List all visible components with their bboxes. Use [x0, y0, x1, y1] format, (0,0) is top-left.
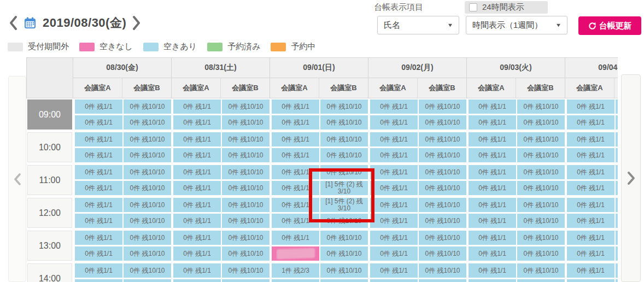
schedule-cell[interactable]: 0件 残10/10 [517, 181, 565, 195]
schedule-cell[interactable]: 0件 残1/1 [75, 246, 122, 261]
schedule-cell[interactable]: 0件 残1/1 [272, 214, 319, 228]
schedule-cell[interactable]: 0件 残1/1 [272, 99, 319, 114]
schedule-cell[interactable]: 0件 残1/1 [567, 198, 614, 212]
schedule-cell[interactable]: 0件 残1/1 [469, 214, 516, 228]
schedule-cell[interactable]: 0件 残1/1 [469, 279, 516, 282]
schedule-cell[interactable]: 0件 残1/1 [173, 279, 221, 282]
schedule-cell[interactable]: 0件 残1/1 [567, 181, 614, 195]
schedule-cell[interactable]: 0件 残10/10 [616, 181, 618, 195]
schedule-cell[interactable]: 0件 残10/10 [419, 231, 466, 245]
schedule-cell[interactable]: 0件 残1/1 [173, 198, 221, 212]
schedule-cell[interactable]: 0件 残10/10 [419, 279, 466, 282]
schedule-cell[interactable]: 0件 残10/10 [320, 132, 368, 146]
schedule-cell[interactable]: 0件 残1/1 [75, 231, 122, 245]
next-week-button[interactable] [621, 74, 641, 282]
schedule-cell[interactable]: 0件 残1/1 [370, 115, 418, 130]
schedule-cell[interactable]: 0件 残10/10 [222, 198, 270, 212]
schedule-cell[interactable]: 0件 残10/10 [616, 198, 618, 212]
schedule-cell[interactable]: 0件 残1/1 [173, 99, 221, 114]
prev-week-button[interactable] [8, 76, 26, 282]
schedule-cell[interactable]: 0件 残10/10 [222, 231, 270, 245]
schedule-cell[interactable]: 0件 残10/10 [517, 246, 565, 261]
schedule-cell[interactable]: 0件 残1/1 [370, 231, 418, 245]
schedule-cell[interactable]: 0件 残1/1 [272, 132, 319, 146]
schedule-cell[interactable]: 0件 残10/10 [124, 198, 171, 212]
schedule-cell[interactable]: 0件 残1/1 [567, 263, 614, 278]
schedule-cell[interactable]: 0件 残1/1 [469, 181, 516, 195]
schedule-cell[interactable]: 0件 残1/1 [75, 198, 122, 212]
schedule-cell[interactable]: 0件 残10/10 [222, 165, 270, 179]
schedule-cell[interactable]: 0件 残10/10 [320, 231, 368, 245]
schedule-cell[interactable]: 0件 残1/1 [75, 148, 122, 162]
schedule-cell[interactable]: 0件 残10/10 [222, 214, 270, 228]
schedule-cell[interactable]: 0件 残10/10 [124, 115, 171, 130]
schedule-cell[interactable]: 0件 残1/1 [75, 132, 122, 146]
schedule-cell[interactable]: 0件 残1/1 [370, 181, 418, 195]
schedule-cell[interactable]: 0件 残10/10 [124, 214, 171, 228]
schedule-cell[interactable]: 0件 残10/10 [320, 214, 368, 228]
schedule-cell[interactable]: 0件 残10/10 [124, 279, 171, 282]
schedule-cell[interactable]: 0件 残1/1 [173, 181, 221, 195]
schedule-cell[interactable]: 0件 残1/1 [370, 246, 418, 261]
schedule-cell[interactable]: 0件 残1/1 [75, 115, 122, 130]
schedule-cell[interactable]: 0件 残1/1 [370, 214, 418, 228]
schedule-cell[interactable]: 0件 残10/10 [419, 165, 466, 179]
schedule-cell[interactable]: 0件 残10/10 [517, 279, 565, 282]
schedule-cell[interactable]: 0件 残1/1 [370, 148, 418, 162]
schedule-cell[interactable]: 0件 残1/1 [173, 231, 221, 245]
schedule-cell[interactable]: 0件 残10/10 [222, 279, 270, 282]
schedule-cell[interactable]: 0件 残10/10 [517, 132, 565, 146]
schedule-cell[interactable]: 0件 残1/1 [272, 231, 319, 245]
schedule-cell[interactable]: 0件 残1/1 [75, 99, 122, 114]
schedule-cell[interactable]: 0件 残10/10 [222, 115, 270, 130]
schedule-cell[interactable]: 0件 残10/10 [616, 246, 618, 261]
schedule-cell[interactable]: 0件 残10/10 [320, 115, 368, 130]
schedule-cell[interactable]: 0件 残10/10 [616, 165, 618, 179]
schedule-cell[interactable]: 0件 残1/1 [567, 246, 614, 261]
schedule-cell[interactable]: 0件 残10/10 [222, 132, 270, 146]
schedule-cell[interactable]: 0件 残1/1 [272, 148, 319, 162]
schedule-cell[interactable]: 0件 残1/1 [173, 246, 221, 261]
schedule-cell[interactable]: 0件 残10/10 [320, 148, 368, 162]
schedule-cell[interactable]: 0件 残10/10 [320, 165, 368, 179]
schedule-cell[interactable]: 0件 残1/1 [469, 132, 516, 146]
prev-date-button[interactable] [9, 15, 17, 31]
schedule-cell[interactable]: 0件 残10/10 [517, 165, 565, 179]
calendar-icon[interactable] [24, 16, 37, 30]
schedule-cell[interactable]: [1] 5件 (2) 残 3/10 [320, 198, 368, 212]
schedule-cell[interactable]: 0件 残1/1 [370, 279, 418, 282]
schedule-cell[interactable]: 0件 残1/1 [272, 198, 319, 212]
schedule-cell[interactable]: 0件 残10/10 [419, 181, 466, 195]
schedule-cell[interactable]: 0件 残10/10 [124, 246, 171, 261]
schedule-cell[interactable]: 1件 残2/3 [272, 263, 319, 278]
schedule-cell[interactable]: 0件 残10/10 [124, 99, 171, 114]
schedule-cell[interactable]: 0件 残10/10 [616, 115, 618, 130]
hour24-checkbox[interactable] [469, 3, 477, 11]
schedule-cell[interactable]: 0件 残1/1 [370, 263, 418, 278]
schedule-cell[interactable]: 0件 残1/1 [370, 198, 418, 212]
schedule-cell[interactable]: 0件 残10/10 [517, 231, 565, 245]
schedule-cell[interactable]: 0件 残1/1 [75, 181, 122, 195]
update-ledger-button[interactable]: 台帳更新 [578, 16, 641, 35]
schedule-cell[interactable]: 0件 残1/1 [469, 231, 516, 245]
schedule-cell[interactable]: 0件 残10/10 [222, 99, 270, 114]
schedule-cell[interactable]: 0件 残10/10 [124, 181, 171, 195]
schedule-cell[interactable]: 0件 残1/1 [272, 181, 319, 195]
schedule-cell[interactable]: 0件 残10/10 [419, 148, 466, 162]
schedule-cell[interactable]: 0件 残1/1 [272, 279, 319, 282]
schedule-cell[interactable]: 0件 残10/10 [222, 148, 270, 162]
schedule-cell[interactable]: 0件 残10/10 [419, 99, 466, 114]
schedule-cell[interactable]: 0件 残10/10 [124, 231, 171, 245]
schedule-cell[interactable]: 0件 残1/1 [173, 148, 221, 162]
schedule-cell[interactable]: 0件 残10/10 [616, 214, 618, 228]
schedule-cell[interactable]: 0件 残1/1 [567, 231, 614, 245]
schedule-cell[interactable]: 0件 残10/10 [616, 279, 618, 282]
schedule-cell[interactable]: 0件 残1/1 [272, 115, 319, 130]
schedule-cell[interactable]: 0件 残10/10 [419, 132, 466, 146]
schedule-cell[interactable]: 0件 残10/10 [616, 231, 618, 245]
schedule-cell[interactable]: 0件 残1/1 [370, 132, 418, 146]
hour24-toggle[interactable]: 24時間表示 [465, 1, 548, 14]
schedule-cell[interactable]: 0件 残1/1 [567, 279, 614, 282]
schedule-cell[interactable]: 0件 残10/10 [517, 214, 565, 228]
schedule-cell[interactable]: 0件 残1/1 [469, 115, 516, 130]
